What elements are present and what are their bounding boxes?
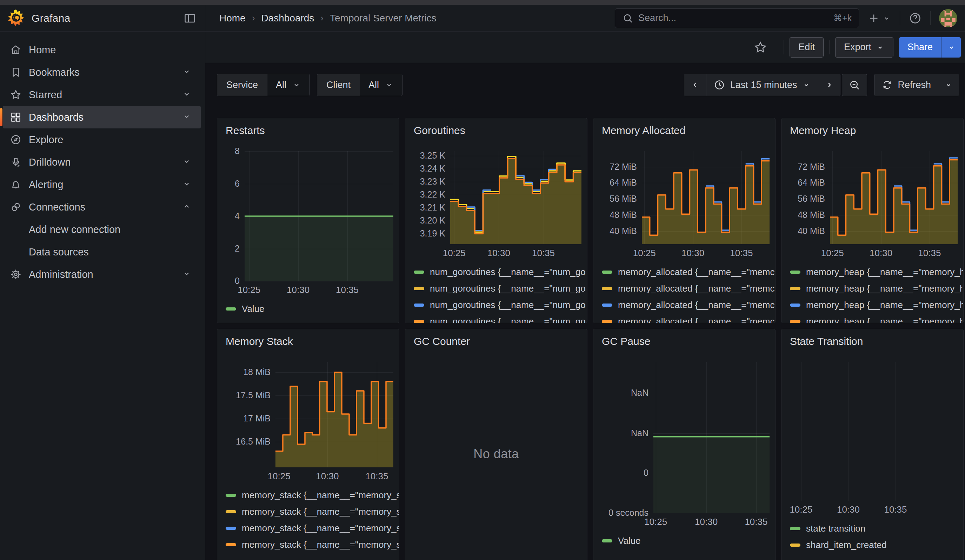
legend-swatch [226,510,236,513]
breadcrumb-item[interactable]: Home [219,13,245,24]
chevron-down-icon[interactable] [182,157,191,168]
plot-area[interactable] [642,151,770,244]
y-axis: 40 MiB48 MiB56 MiB64 MiB72 MiB [599,151,642,244]
x-tick-label: 10:25 [237,284,260,296]
legend-item[interactable]: shard_item_created [790,537,958,553]
legend-item[interactable]: memory_allocated {__name__="memc [602,297,770,313]
share-caret-icon[interactable] [941,37,961,57]
y-tick-label: 4 [235,211,240,221]
avatar[interactable] [939,9,957,28]
panel-title[interactable]: GC Counter [411,334,581,349]
chevron-up-icon[interactable] [182,201,191,213]
chevron-down-icon[interactable] [182,269,191,280]
y-axis [787,362,792,501]
x-tick-label: 10:25 [268,471,291,482]
sidebar-item-label: Data sources [29,247,194,258]
time-forward-button[interactable] [818,73,841,96]
legend-item[interactable]: Value [602,533,770,549]
time-range-picker[interactable]: Last 15 minutes [707,73,819,96]
filter-value[interactable]: All [267,74,309,96]
legend-item[interactable]: Value [226,301,393,317]
y-tick-label: 3.21 K [420,202,445,213]
x-tick-label: 10:30 [316,471,339,482]
legend-item[interactable]: memory_allocated {__name__="memc [602,313,770,323]
dock-menu-icon[interactable] [183,11,196,25]
sidebar-item-data-sources[interactable]: Data sources [3,241,201,263]
sidebar-item-alerting[interactable]: Alerting [3,173,201,196]
panel-title[interactable]: Goroutines [411,123,581,138]
help-icon[interactable] [908,11,922,25]
y-tick-label: 0 seconds [608,508,648,518]
chevron-down-icon[interactable] [182,67,191,78]
legend-item[interactable]: memory_stack {__name__="memory_s [226,537,393,553]
legend-label: memory_heap {__name__="memory_h [806,316,963,323]
legend-item[interactable]: memory_heap {__name__="memory_h [790,313,958,323]
add-new-button[interactable] [867,12,891,24]
sidebar-item-dashboards[interactable]: Dashboards [3,106,201,129]
share-button[interactable]: Share [899,37,941,57]
refresh-interval-caret[interactable] [938,73,959,96]
sidebar-item-label: Dashboards [29,112,182,123]
legend-swatch [602,539,612,542]
panel-memory_allocated: Memory Allocated40 MiB48 MiB56 MiB64 MiB… [593,118,775,323]
panel-title[interactable]: GC Pause [599,334,770,349]
panel-title[interactable]: Memory Allocated [599,123,770,138]
panel-title[interactable]: Restarts [223,123,393,138]
search-input[interactable]: Search... ⌘+k [615,8,859,28]
plot-area[interactable] [653,362,770,513]
filter-value[interactable]: All [360,74,402,96]
legend-item[interactable]: num_goroutines {__name__="num_go [414,280,581,297]
x-tick-label: 10:35 [745,516,767,527]
panel-title[interactable]: Memory Stack [223,334,393,349]
edit-button[interactable]: Edit [790,37,824,57]
legend-swatch [602,320,612,323]
legend-item[interactable]: memory_heap {__name__="memory_h [790,297,958,313]
sidebar-item-add-new-connection[interactable]: Add new connection [3,218,201,241]
panel-title[interactable]: State Transition [787,334,958,349]
sidebar-item-administration[interactable]: Administration [3,263,201,286]
filter-label: Service [217,74,267,96]
sidebar-item-connections[interactable]: Connections [3,196,201,218]
export-button[interactable]: Export [835,37,893,57]
legend-item[interactable]: memory_heap {__name__="memory_h [790,280,958,297]
x-tick-label: 10:30 [682,248,704,259]
sidebar-item-drilldown[interactable]: Drilldown [3,151,201,173]
sidebar-item-home[interactable]: Home [3,39,201,61]
filter-service[interactable]: ServiceAll [217,73,310,96]
zoom-out-button[interactable] [842,73,867,96]
legend-item[interactable]: num_goroutines {__name__="num_go [414,297,581,313]
panel-title[interactable]: Memory Heap [787,123,958,138]
grafana-logo[interactable] [7,8,25,28]
chevron-down-icon[interactable] [182,89,191,100]
sidebar-item-starred[interactable]: Starred [3,83,201,106]
legend-item[interactable]: memory_stack {__name__="memory_s [226,520,393,537]
legend-item[interactable]: memory_stack {__name__="memory_s [226,503,393,520]
chevron-down-icon[interactable] [182,112,191,123]
plot-area[interactable] [245,151,393,281]
no-data-message: No data [411,349,581,559]
filter-client[interactable]: ClientAll [317,73,402,96]
y-tick-label: NaN [631,428,648,438]
legend-item[interactable]: memory_allocated {__name__="memc [602,280,770,297]
favorite-star-icon[interactable] [753,40,767,54]
time-range-label: Last 15 minutes [730,80,797,90]
refresh-button[interactable]: Refresh [874,73,938,96]
sidebar-item-explore[interactable]: Explore [3,129,201,151]
plot-area[interactable] [830,151,958,244]
legend-item[interactable]: memory_allocated {__name__="memc [602,264,770,280]
chevron-down-icon[interactable] [182,179,191,190]
plot-area[interactable] [275,362,393,467]
time-back-button[interactable] [684,73,707,96]
legend-item[interactable]: state transition [790,520,958,537]
sidebar-item-bookmarks[interactable]: Bookmarks [3,61,201,83]
legend-item[interactable]: num_goroutines {__name__="num_go [414,264,581,280]
legend-item[interactable]: memory_heap {__name__="memory_h [790,264,958,280]
legend-label: memory_allocated {__name__="memc [618,300,774,310]
plot-area[interactable] [792,362,958,501]
legend-label: memory_stack {__name__="memory_s [242,490,399,501]
legend: memory_stack {__name__="memory_smemory_s… [226,487,393,553]
legend-item[interactable]: memory_stack {__name__="memory_s [226,487,393,503]
legend-item[interactable]: num_goroutines {__name__="num_go [414,313,581,323]
breadcrumb-item[interactable]: Dashboards [261,13,314,24]
plot-area[interactable] [450,151,581,244]
